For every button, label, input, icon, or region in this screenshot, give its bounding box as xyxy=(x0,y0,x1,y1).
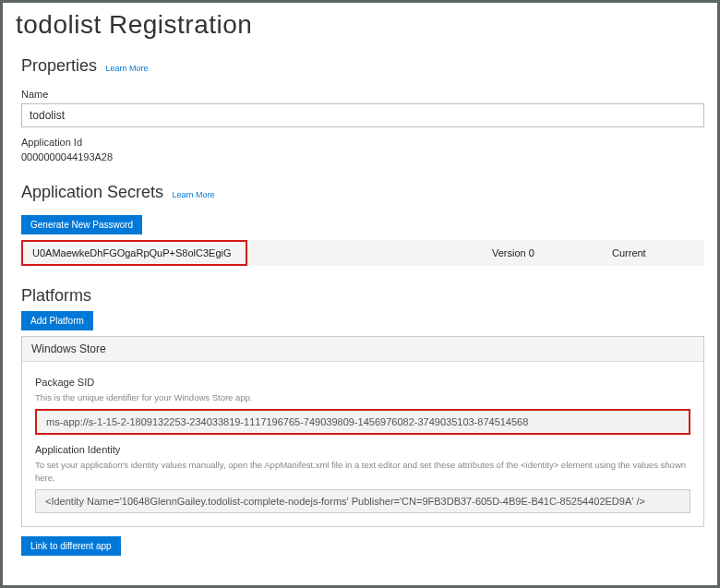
windows-store-header: Windows Store xyxy=(22,337,703,362)
generate-password-button[interactable]: Generate New Password xyxy=(21,215,142,234)
link-different-app-button[interactable]: Link to different app xyxy=(21,536,121,556)
secrets-section: Application Secrets Learn More Generate … xyxy=(21,183,704,266)
properties-heading: Properties xyxy=(21,56,97,76)
properties-section: Properties Learn More Name Application I… xyxy=(21,56,704,162)
package-sid-input[interactable] xyxy=(35,409,690,435)
secrets-learn-more-link[interactable]: Learn More xyxy=(172,190,214,199)
properties-learn-more-link[interactable]: Learn More xyxy=(105,64,148,73)
secret-key-value: U0AMaewkeDhFGOgaRpQuP+S8olC3EgiG xyxy=(21,240,247,266)
platforms-heading: Platforms xyxy=(21,286,91,306)
appid-value: 0000000044193A28 xyxy=(21,151,704,162)
package-sid-label: Package SID xyxy=(35,377,690,388)
secret-row: U0AMaewkeDhFGOgaRpQuP+S8olC3EgiG Version… xyxy=(21,240,704,266)
identity-label: Application Identity xyxy=(35,444,690,455)
package-sid-help: This is the unique identifier for your W… xyxy=(35,391,690,403)
page-title: todolist Registration xyxy=(16,10,704,40)
name-label: Name xyxy=(21,89,704,100)
secret-version: Version 0 xyxy=(483,242,603,264)
name-input[interactable] xyxy=(21,103,704,127)
appid-label: Application Id xyxy=(21,137,704,148)
secret-status: Current xyxy=(603,242,704,264)
secrets-heading: Application Secrets xyxy=(21,183,163,202)
platforms-section: Platforms Add Platform Windows Store Pac… xyxy=(21,286,704,556)
identity-input[interactable] xyxy=(35,489,690,513)
add-platform-button[interactable]: Add Platform xyxy=(21,311,93,330)
identity-help: To set your application's identity value… xyxy=(35,459,690,484)
windows-store-panel: Windows Store Package SID This is the un… xyxy=(21,336,704,527)
